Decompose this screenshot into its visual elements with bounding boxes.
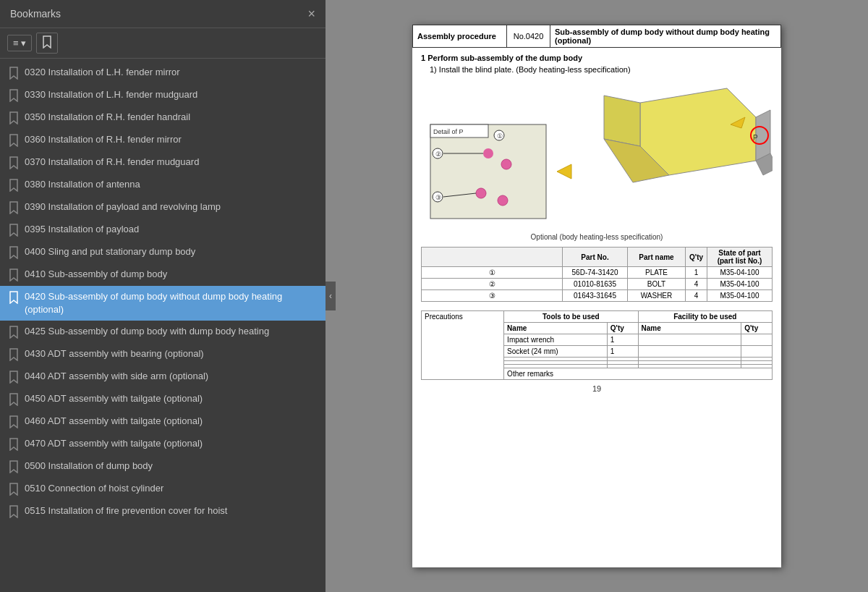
close-button[interactable]: × bbox=[307, 7, 315, 20]
document-page: Assembly procedure No.0420 Sub-assembly … bbox=[412, 25, 781, 567]
collapse-panel-button[interactable]: ‹ bbox=[326, 282, 336, 310]
parts-table: Part No. Part name Q'ty State of part (p… bbox=[421, 247, 773, 302]
bookmark-icon bbox=[9, 326, 19, 339]
part-qty: 4 bbox=[686, 290, 707, 302]
tools-header: Tools to be used bbox=[504, 311, 638, 323]
optional-label: Optional (body heating-less specificatio… bbox=[421, 233, 773, 241]
bookmark-icon bbox=[9, 505, 19, 518]
tools-qty-header: Q'ty bbox=[607, 323, 638, 334]
svg-point-17 bbox=[483, 148, 493, 158]
bookmark-item[interactable]: 0330 Installation of L.H. fender mudguar… bbox=[0, 84, 326, 106]
bookmark-item[interactable]: 0510 Connection of hoist cylinder bbox=[0, 478, 326, 500]
bookmark-item[interactable]: 0450 ADT assembly with tailgate (optiona… bbox=[0, 388, 326, 410]
bookmark-label: 0450 ADT assembly with tailgate (optiona… bbox=[25, 392, 317, 405]
bookmark-item[interactable]: 0440 ADT assembly with side arm (optiona… bbox=[0, 365, 326, 388]
svg-point-20 bbox=[498, 195, 508, 206]
bookmark-icon bbox=[9, 134, 19, 147]
part-no: 01010-81635 bbox=[563, 279, 628, 290]
parts-col-qty: Q'ty bbox=[686, 248, 707, 267]
bookmarks-title: Bookmarks bbox=[10, 8, 61, 20]
parts-col-partno: Part No. bbox=[563, 248, 628, 267]
facility-1-qty bbox=[741, 334, 773, 346]
title-cell: Sub-assembly of dump body without dump b… bbox=[550, 25, 781, 48]
svg-marker-23 bbox=[557, 164, 571, 179]
toolbar-row: ≡ ▾ bbox=[0, 28, 326, 59]
ap-cell: Assembly procedure bbox=[413, 25, 507, 48]
doc-header-table: Assembly procedure No.0420 Sub-assembly … bbox=[412, 25, 781, 48]
bookmark-icon bbox=[9, 348, 19, 361]
tool-1-name: Impact wrench bbox=[504, 334, 608, 346]
bookmark-item[interactable]: 0370 Installation of R.H. fender mudguar… bbox=[0, 151, 326, 174]
bookmark-item[interactable]: 0470 ADT assembly with tailgate (optiona… bbox=[0, 433, 326, 455]
bookmarks-header: Bookmarks × bbox=[0, 0, 326, 28]
bookmarks-panel: Bookmarks × ≡ ▾ 0320 Installation of L.H… bbox=[0, 0, 326, 592]
bookmark-item[interactable]: 0425 Sub-assembly of dump body with dump… bbox=[0, 321, 326, 343]
bookmark-icon bbox=[9, 156, 19, 169]
table-row: ② 01010-81635 BOLT 4 M35-04-100 bbox=[422, 279, 773, 290]
right-panel: ‹ Assembly procedure No.0420 Sub-assembl… bbox=[326, 0, 868, 592]
bookmark-icon bbox=[9, 393, 19, 406]
bookmark-item[interactable]: 0395 Installation of payload bbox=[0, 219, 326, 241]
bookmark-item[interactable]: 0430 ADT assembly with bearing (optional… bbox=[0, 343, 326, 365]
svg-text:P: P bbox=[753, 134, 758, 142]
part-qty: 4 bbox=[686, 279, 707, 290]
part-qty: 1 bbox=[686, 267, 707, 279]
part-name: BOLT bbox=[628, 279, 686, 290]
svg-marker-1 bbox=[604, 96, 640, 146]
bookmark-label: 0440 ADT assembly with side arm (optiona… bbox=[25, 370, 317, 383]
tool-2-name: Socket (24 mm) bbox=[504, 346, 608, 358]
bookmark-label: 0500 Installation of dump body bbox=[25, 460, 317, 473]
parts-col-state: State of part (part list No.) bbox=[707, 248, 773, 267]
parts-col-num bbox=[422, 248, 563, 267]
other-remarks-row: Other remarks bbox=[504, 368, 773, 380]
bookmark-icon bbox=[9, 291, 19, 304]
bookmark-label: 0350 Installation of R.H. fender handrai… bbox=[25, 111, 317, 124]
bookmark-item[interactable]: 0460 ADT assembly with tailgate (optiona… bbox=[0, 410, 326, 433]
bookmark-item[interactable]: 0515 Installation of fire prevention cov… bbox=[0, 500, 326, 523]
step1-title: 1 Perform sub-assembly of the dump body bbox=[421, 54, 773, 62]
facility-header: Facility to be used bbox=[638, 311, 772, 323]
bookmark-item[interactable]: 0400 Sling and put stationary dump body bbox=[0, 241, 326, 263]
bookmark-item[interactable]: 0380 Installation of antenna bbox=[0, 174, 326, 196]
facility-name-header: Name bbox=[638, 323, 741, 334]
tool-2-qty: 1 bbox=[607, 346, 638, 358]
list-view-button[interactable]: ≡ ▾ bbox=[7, 35, 32, 51]
bookmark-icon bbox=[9, 415, 19, 428]
assembly-diagram: P Detail of P ① ② ③ bbox=[421, 81, 773, 226]
bookmark-item[interactable]: 0500 Installation of dump body bbox=[0, 455, 326, 478]
svg-marker-0 bbox=[640, 88, 756, 175]
precautions-label: Precautions bbox=[425, 313, 463, 321]
bookmark-label: 0370 Installation of R.H. fender mudguar… bbox=[25, 156, 317, 169]
bookmark-icon bbox=[9, 438, 19, 451]
part-name: PLATE bbox=[628, 267, 686, 279]
tool-1-qty: 1 bbox=[607, 334, 638, 346]
bookmark-item[interactable]: 0350 Installation of R.H. fender handrai… bbox=[0, 106, 326, 129]
bookmark-icon bbox=[9, 483, 19, 496]
bookmark-icon bbox=[9, 111, 19, 124]
bookmark-label: 0330 Installation of L.H. fender mudguar… bbox=[25, 88, 317, 101]
bookmark-label: 0510 Connection of hoist cylinder bbox=[25, 482, 317, 495]
bookmark-icon bbox=[9, 179, 19, 192]
bookmark-label: 0425 Sub-assembly of dump body with dump… bbox=[25, 325, 317, 338]
svg-text:Detail of P: Detail of P bbox=[433, 128, 464, 135]
page-number: 19 bbox=[421, 380, 773, 397]
facility-2-name bbox=[638, 346, 741, 358]
bookmark-item[interactable]: 0390 Installation of payload and revolvi… bbox=[0, 196, 326, 219]
bookmark-icon-button[interactable] bbox=[36, 33, 58, 54]
bookmark-item[interactable]: 0410 Sub-assembly of dump body bbox=[0, 263, 326, 286]
bookmark-item[interactable]: 0320 Installation of L.H. fender mirror bbox=[0, 62, 326, 84]
table-row: ① 56D-74-31420 PLATE 1 M35-04-100 bbox=[422, 267, 773, 279]
part-no: 01643-31645 bbox=[563, 290, 628, 302]
facility-qty-header: Q'ty bbox=[741, 323, 773, 334]
bookmark-label: 0515 Installation of fire prevention cov… bbox=[25, 504, 317, 517]
facility-2-qty bbox=[741, 346, 773, 358]
bookmark-label: 0360 Installation of R.H. fender mirror bbox=[25, 133, 317, 146]
dropdown-arrow: ▾ bbox=[21, 38, 26, 48]
part-num: ① bbox=[422, 267, 563, 279]
facility-1-name bbox=[638, 334, 741, 346]
bookmark-icon bbox=[9, 224, 19, 237]
bookmark-item[interactable]: 0360 Installation of R.H. fender mirror bbox=[0, 129, 326, 151]
part-state: M35-04-100 bbox=[707, 290, 773, 302]
svg-point-19 bbox=[476, 188, 486, 198]
bookmark-item[interactable]: 0420 Sub-assembly of dump body without d… bbox=[0, 286, 326, 321]
